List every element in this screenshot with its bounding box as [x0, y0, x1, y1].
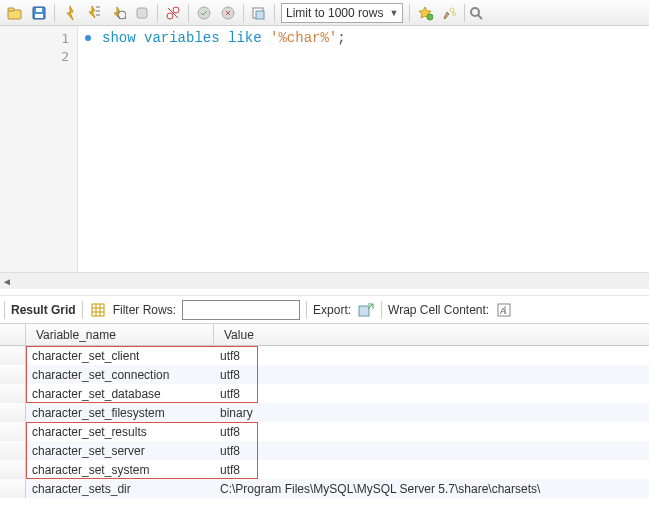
table-row[interactable]: character_set_systemutf8 [0, 460, 649, 479]
row-header [0, 479, 26, 498]
export-label: Export: [313, 303, 351, 317]
svg-rect-28 [359, 306, 369, 316]
cell-variable: character_set_server [26, 444, 214, 458]
table-row[interactable]: character_set_serverutf8 [0, 441, 649, 460]
row-header [0, 422, 26, 441]
sql-keyword: show [102, 30, 136, 46]
svg-point-21 [471, 8, 479, 16]
toolbar-separator [464, 4, 465, 22]
svg-rect-1 [8, 8, 14, 11]
grid-header: Variable_name Value [0, 324, 649, 346]
row-header [0, 346, 26, 365]
table-row[interactable]: character_set_filesystembinary [0, 403, 649, 422]
cell-variable: character_set_database [26, 387, 214, 401]
cell-variable: character_set_filesystem [26, 406, 214, 420]
scroll-left-icon[interactable]: ◄ [2, 276, 12, 287]
favorite-icon[interactable] [414, 2, 436, 24]
line-number: 1 [61, 31, 69, 46]
toolbar-separator [4, 301, 5, 319]
cell-variable: character_set_client [26, 349, 214, 363]
row-header [0, 403, 26, 422]
commit-icon[interactable] [193, 2, 215, 24]
export-icon[interactable] [357, 301, 375, 319]
table-row[interactable]: character_set_resultsutf8 [0, 422, 649, 441]
find-icon[interactable] [469, 2, 483, 24]
limit-rows-select[interactable]: Limit to 1000 rows ▼ [281, 3, 403, 23]
toolbar-separator [54, 4, 55, 22]
wrap-label: Wrap Cell Content: [388, 303, 489, 317]
toolbar-separator [381, 301, 382, 319]
row-header [0, 441, 26, 460]
execute-icon[interactable] [59, 2, 81, 24]
cell-value: utf8 [214, 349, 649, 363]
svg-point-14 [198, 7, 210, 19]
toolbar-separator [82, 301, 83, 319]
table-row[interactable]: character_set_databaseutf8 [0, 384, 649, 403]
filter-rows-label: Filter Rows: [113, 303, 176, 317]
cell-variable: character_sets_dir [26, 482, 214, 496]
sql-punct: ; [337, 30, 345, 46]
sql-editor[interactable]: 1 2 show variables like '%char%'; [0, 26, 649, 272]
explain-icon[interactable] [107, 2, 129, 24]
cell-variable: character_set_results [26, 425, 214, 439]
result-grid: Variable_name Value character_set_client… [0, 323, 649, 498]
wrap-cell-icon[interactable]: A [495, 301, 513, 319]
save-icon[interactable] [28, 2, 50, 24]
breakpoint-dot-icon [85, 35, 91, 41]
editor-content[interactable]: show variables like '%char%'; [78, 26, 649, 272]
toolbar-separator [409, 4, 410, 22]
editor-gutter: 1 2 [0, 26, 78, 272]
svg-rect-23 [92, 304, 104, 316]
cell-value: binary [214, 406, 649, 420]
chevron-down-icon: ▼ [389, 8, 398, 18]
svg-rect-3 [35, 14, 43, 18]
execute-current-icon[interactable] [83, 2, 105, 24]
beautify-icon[interactable] [438, 2, 460, 24]
grid-view-icon[interactable] [89, 301, 107, 319]
svg-line-9 [125, 18, 126, 20]
filter-rows-input[interactable] [182, 300, 300, 320]
cell-value: utf8 [214, 463, 649, 477]
toggle-limit-icon[interactable] [248, 2, 270, 24]
sql-keyword: like [228, 30, 262, 46]
row-header [0, 384, 26, 403]
svg-point-19 [450, 8, 454, 12]
cell-value: C:\Program Files\MySQL\MySQL Server 5.7\… [214, 482, 649, 496]
svg-point-12 [173, 7, 179, 13]
svg-rect-4 [36, 8, 42, 12]
cell-value: utf8 [214, 425, 649, 439]
svg-point-20 [453, 12, 456, 15]
cell-value: utf8 [214, 444, 649, 458]
open-icon[interactable] [4, 2, 26, 24]
cell-variable: character_set_system [26, 463, 214, 477]
editor-scrollbar[interactable]: ◄ [0, 272, 649, 289]
rollback-icon[interactable] [217, 2, 239, 24]
toolbar-separator [157, 4, 158, 22]
toolbar-separator [243, 4, 244, 22]
row-header [0, 460, 26, 479]
toolbar-separator [188, 4, 189, 22]
table-row[interactable]: character_set_connectionutf8 [0, 365, 649, 384]
column-header-variable-name[interactable]: Variable_name [26, 324, 214, 345]
cell-value: utf8 [214, 368, 649, 382]
svg-point-8 [118, 11, 126, 19]
grid-body: character_set_clientutf8 character_set_c… [0, 346, 649, 498]
stop-icon[interactable] [131, 2, 153, 24]
line-number: 2 [61, 49, 69, 64]
sql-string: '%char%' [270, 30, 337, 46]
cell-value: utf8 [214, 387, 649, 401]
svg-rect-10 [137, 8, 147, 18]
table-row[interactable]: character_set_clientutf8 [0, 346, 649, 365]
svg-point-11 [167, 13, 173, 19]
svg-rect-17 [256, 11, 264, 19]
row-header-corner [0, 324, 26, 345]
toggle-autocommit-icon[interactable] [162, 2, 184, 24]
column-header-value[interactable]: Value [214, 324, 649, 345]
toolbar-separator [306, 301, 307, 319]
limit-rows-label: Limit to 1000 rows [286, 6, 383, 20]
toolbar-separator [274, 4, 275, 22]
sql-keyword: variables [144, 30, 220, 46]
table-row[interactable]: character_sets_dirC:\Program Files\MySQL… [0, 479, 649, 498]
svg-line-22 [478, 15, 482, 19]
result-grid-label: Result Grid [11, 303, 76, 317]
